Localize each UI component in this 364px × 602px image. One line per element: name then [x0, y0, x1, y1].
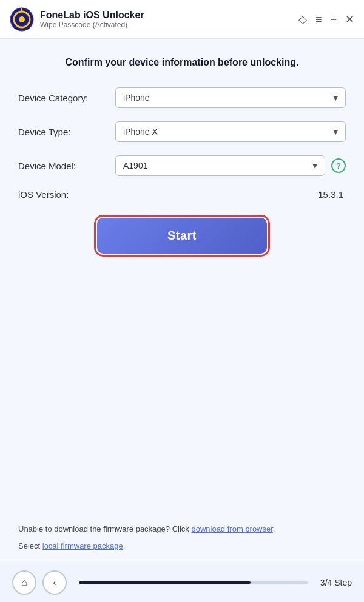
device-model-select[interactable]: A1901 A1902 A1903 — [115, 155, 325, 176]
ios-version-label: iOS Version: — [18, 189, 115, 200]
firmware-download-text: Unable to download the firmware package?… — [18, 523, 346, 535]
step-label: 3/4 Step — [320, 578, 352, 587]
menu-icon[interactable]: ≡ — [315, 14, 322, 25]
confirm-title: Confirm your device information before u… — [18, 57, 346, 68]
local-period: . — [123, 541, 126, 550]
device-type-row: Device Type: iPhone X iPhone XS iPhone X… — [18, 121, 346, 142]
spacer — [18, 266, 346, 523]
progress-bar — [79, 581, 308, 584]
device-type-label: Device Type: — [18, 127, 115, 137]
device-category-label: Device Category: — [18, 93, 115, 103]
svg-point-2 — [19, 16, 25, 22]
diamond-icon[interactable]: ◇ — [298, 14, 307, 25]
window-controls: ◇ ≡ − ✕ — [298, 14, 354, 25]
main-content: Confirm your device information before u… — [0, 39, 364, 563]
firmware-period: . — [273, 524, 275, 533]
device-model-select-wrapper: A1901 A1902 A1903 ▼ — [115, 155, 325, 176]
local-text: Select — [18, 541, 42, 550]
app-logo — [10, 7, 34, 32]
ios-version-value: 15.3.1 — [318, 189, 346, 200]
start-button[interactable]: Start — [97, 218, 267, 254]
app-subtitle: Wipe Passcode (Activated) — [40, 21, 298, 29]
ios-version-row: iOS Version: 15.3.1 — [18, 189, 346, 200]
download-browser-link[interactable]: download from browser — [191, 524, 272, 533]
device-category-select[interactable]: iPhone iPad iPod — [115, 87, 346, 108]
start-button-wrapper: Start — [18, 218, 346, 254]
minimize-icon[interactable]: − — [330, 14, 337, 25]
close-icon[interactable]: ✕ — [345, 14, 354, 25]
local-firmware-link[interactable]: local firmware package — [42, 541, 123, 550]
footer-links: Unable to download the firmware package?… — [18, 523, 346, 563]
firmware-text: Unable to download the firmware package?… — [18, 524, 191, 533]
bottom-bar: ⌂ ‹ 3/4 Step — [0, 563, 364, 602]
back-icon: ‹ — [53, 577, 56, 588]
progress-bar-fill — [79, 581, 251, 584]
device-model-row: Device Model: A1901 A1902 A1903 ▼ ? — [18, 155, 346, 176]
back-button[interactable]: ‹ — [42, 570, 67, 595]
app-name: FoneLab iOS Unlocker — [40, 10, 298, 21]
title-bar-text: FoneLab iOS Unlocker Wipe Passcode (Acti… — [40, 10, 298, 29]
device-model-label: Device Model: — [18, 161, 115, 171]
home-icon: ⌂ — [21, 577, 27, 588]
device-type-select[interactable]: iPhone X iPhone XS iPhone XR — [115, 121, 346, 142]
help-icon[interactable]: ? — [331, 158, 346, 173]
device-type-select-wrapper: iPhone X iPhone XS iPhone XR ▼ — [115, 121, 346, 142]
local-firmware-text: Select local firmware package. — [18, 540, 346, 552]
device-category-row: Device Category: iPhone iPad iPod ▼ — [18, 87, 346, 108]
home-button[interactable]: ⌂ — [12, 570, 36, 595]
device-category-select-wrapper: iPhone iPad iPod ▼ — [115, 87, 346, 108]
title-bar: FoneLab iOS Unlocker Wipe Passcode (Acti… — [0, 0, 364, 39]
